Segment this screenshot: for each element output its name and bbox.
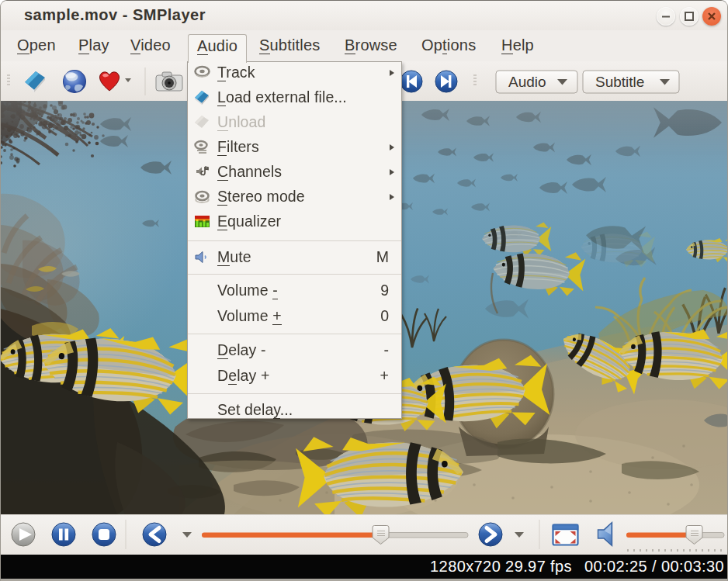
svg-text:Subtitle: Subtitle	[595, 74, 644, 90]
svg-text:Audio: Audio	[508, 74, 546, 90]
